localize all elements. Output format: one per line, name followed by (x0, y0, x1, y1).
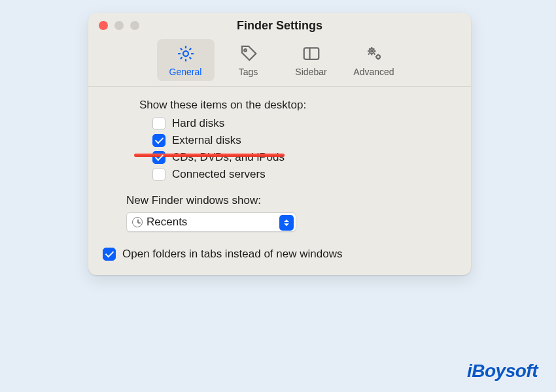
general-pane: Show these items on the desktop: Hard di… (88, 87, 471, 275)
finder-settings-window: Finder Settings General Tags (88, 13, 471, 275)
svg-rect-2 (304, 48, 319, 59)
tab-general[interactable]: General (157, 39, 215, 81)
watermark-logo: iBoysoft (467, 361, 538, 382)
tab-label: General (169, 67, 202, 77)
tab-advanced[interactable]: Advanced (345, 39, 403, 81)
gears-icon (364, 44, 384, 65)
gear-icon (176, 44, 196, 65)
window-controls (99, 21, 139, 30)
checkbox-row-cds-dvds-ipods: CDs, DVDs, and iPods (152, 151, 457, 164)
checkbox-row-hard-disks: Hard disks (152, 117, 457, 130)
svg-point-0 (183, 51, 188, 56)
tag-icon (239, 44, 258, 65)
desktop-items-list: Hard disks External disks CDs, DVDs, and… (152, 117, 457, 181)
settings-tabs-toolbar: General Tags Sidebar (88, 38, 471, 86)
checkbox-label: CDs, DVDs, and iPods (172, 151, 285, 164)
tab-label: Sidebar (295, 67, 326, 77)
checkbox-connected-servers[interactable] (152, 168, 165, 181)
select-value: Recents (147, 216, 187, 229)
minimize-window-button[interactable] (114, 21, 124, 30)
zoom-window-button[interactable] (130, 21, 139, 30)
titlebar: Finder Settings (88, 13, 471, 38)
checkbox-hard-disks[interactable] (152, 117, 165, 130)
chevron-up-down-icon (279, 215, 294, 231)
tab-label: Advanced (353, 67, 394, 77)
window-title: Finder Settings (237, 19, 322, 33)
new-windows-select[interactable]: Recents (126, 212, 296, 232)
checkbox-label: Hard disks (172, 117, 224, 130)
checkbox-label: External disks (172, 134, 241, 147)
svg-point-4 (371, 50, 373, 52)
open-in-tabs-row: Open folders in tabs instead of new wind… (103, 248, 457, 261)
new-windows-heading: New Finder windows show: (126, 194, 457, 207)
sidebar-icon (302, 44, 321, 65)
new-windows-section: New Finder windows show: Recents (126, 194, 457, 232)
tab-sidebar[interactable]: Sidebar (283, 39, 340, 81)
close-window-button[interactable] (99, 21, 108, 30)
checkbox-label: Connected servers (172, 168, 266, 181)
checkbox-cds-dvds-ipods[interactable] (152, 151, 165, 164)
tab-tags[interactable]: Tags (220, 39, 277, 81)
clock-icon (132, 217, 143, 227)
checkbox-external-disks[interactable] (152, 134, 165, 147)
checkbox-row-external-disks: External disks (152, 134, 457, 147)
tab-label: Tags (239, 67, 258, 77)
checkbox-open-in-tabs[interactable] (103, 248, 116, 261)
checkbox-label: Open folders in tabs instead of new wind… (122, 248, 342, 261)
checkbox-row-connected-servers: Connected servers (152, 168, 457, 181)
desktop-items-heading: Show these items on the desktop: (139, 99, 457, 112)
svg-point-1 (244, 49, 247, 52)
